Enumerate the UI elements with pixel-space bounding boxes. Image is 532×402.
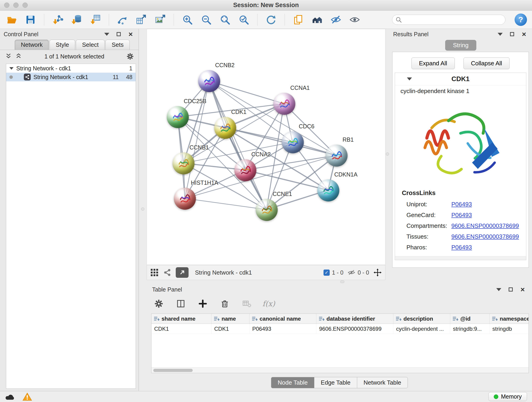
copy-document-button[interactable] [292,13,305,26]
scrollbar-thumb[interactable] [153,369,193,372]
export-network-button[interactable] [135,13,148,26]
tab-node-table[interactable]: Node Table [271,377,314,388]
horizontal-splitter-handle[interactable] [340,281,344,283]
warning-icon[interactable] [22,392,32,401]
crosslink-link[interactable]: 9606.ENSP00000378699 [451,233,519,240]
node-CCNB2[interactable] [198,70,220,92]
zoom-fit-button[interactable] [218,13,232,26]
panel-float-button[interactable] [114,30,123,38]
new-network-button[interactable] [116,13,129,26]
zoom-in-button[interactable] [181,13,194,26]
panel-menu-button[interactable] [496,30,505,38]
column-header-name[interactable]: name [211,314,249,324]
tab-network[interactable]: Network [15,40,49,50]
collapse-all-button[interactable]: Collapse All [463,57,510,69]
export-image-button[interactable] [153,13,167,26]
left-splitter-handle[interactable] [141,207,144,211]
edge-CCNB2-CCNA1[interactable] [209,81,284,104]
checkbox-icon[interactable]: ✓ [323,269,330,276]
window-zoom-button[interactable] [22,2,28,8]
node-label-CCNA2: CCNA2 [251,151,271,158]
tab-edge-table[interactable]: Edge Table [314,377,357,388]
share-network-button[interactable] [163,269,172,276]
hide-unhide-button[interactable] [329,13,342,26]
network-view[interactable]: CCNB2CCNA1CDC25BCDK1CDC6RB1CCNB1CCNA2CDK… [147,29,385,265]
crosslink-link[interactable]: 9606.ENSP00000378699 [451,222,519,230]
zoom-out-button[interactable] [200,13,213,26]
birds-eye-view-button[interactable] [150,269,159,276]
edge-HIST1H1A-CCNE1[interactable] [185,198,266,210]
node-HIST1H1A[interactable] [174,188,196,210]
node-CDKN1A[interactable] [317,179,339,201]
delete-table-button[interactable] [240,297,253,310]
panel-close-button[interactable]: × [518,286,527,293]
node-section-header[interactable]: CDK1 [395,73,526,85]
session-home-button[interactable] [310,13,324,26]
right-splitter-handle[interactable] [386,153,389,156]
node-CDK1[interactable] [214,117,236,139]
crosslink-link[interactable]: P06493 [451,244,472,251]
panel-menu-button[interactable] [102,30,111,38]
node-CCNB1[interactable] [172,153,195,174]
crosslink-link[interactable]: P06493 [451,211,472,219]
import-table-from-file-button[interactable] [89,13,102,26]
node-CDC25B[interactable] [167,106,189,128]
collapse-all-networks-button[interactable] [4,52,13,60]
results-scrollbar[interactable] [395,256,526,260]
panel-float-button[interactable] [508,30,516,38]
cloud-icon[interactable] [5,393,16,401]
apply-layout-button[interactable] [264,13,278,26]
table-options-button[interactable] [152,297,165,310]
tab-sets[interactable]: Sets [105,40,130,50]
table-row[interactable]: CDK1CDK1P064939606.ENSP00000378699cyclin… [152,324,529,334]
node-CDC6[interactable] [282,131,304,153]
network-row-selected[interactable]: String Network - cdk1 11 48 [6,73,136,81]
save-session-button[interactable] [24,13,37,26]
tab-style[interactable]: Style [50,40,75,50]
panel-close-button[interactable]: × [520,30,528,38]
panel-menu-button[interactable] [494,286,503,293]
window-minimize-button[interactable] [13,2,19,8]
open-session-button[interactable] [5,13,18,26]
tab-string[interactable]: String [445,40,476,51]
tab-network-table[interactable]: Network Table [357,377,408,388]
column-header--id[interactable]: @id [450,314,490,324]
show-columns-button[interactable] [174,297,187,310]
pan-mode-button[interactable] [373,269,382,276]
memory-button[interactable]: Memory [488,392,527,401]
column-header-namespace[interactable]: namespace [490,314,529,324]
node-CCNE1[interactable] [256,199,278,221]
window-close-button[interactable] [4,2,9,8]
column-header-description[interactable]: description [393,314,450,324]
expand-all-networks-button[interactable] [14,52,23,60]
edge-CDK1-RB1[interactable] [225,128,336,155]
edge-CCNB2-CCNE1[interactable] [209,81,266,210]
help-button[interactable]: ? [515,13,527,26]
function-builder-button[interactable]: f(x) [262,297,275,310]
node-label-CCNB2: CCNB2 [215,62,234,69]
column-header-shared-name[interactable]: shared name [152,314,211,324]
create-column-button[interactable] [196,297,209,310]
zoom-selected-button[interactable] [237,13,250,26]
show-all-button[interactable] [348,13,361,26]
table-horizontal-scrollbar[interactable] [152,367,529,373]
expand-all-button[interactable]: Expand All [412,57,455,69]
node-RB1[interactable] [326,145,348,167]
delete-table-icon [242,299,252,308]
column-header-database-identifier[interactable]: database identifier [317,314,393,324]
column-header-canonical-name[interactable]: canonical name [249,314,317,324]
crosslink-link[interactable]: P06493 [451,201,472,208]
delete-column-button[interactable] [218,297,231,310]
network-options-button[interactable] [126,52,134,60]
toolbar-separator [109,14,109,26]
search-input[interactable] [404,17,502,23]
import-network-from-database-button[interactable] [70,13,83,26]
panel-float-button[interactable] [506,286,515,293]
import-network-from-file-button[interactable] [51,13,64,26]
tab-select[interactable]: Select [76,40,105,50]
panel-close-button[interactable]: × [126,30,135,38]
node-CCNA1[interactable] [273,93,295,115]
node-CCNA2[interactable] [234,159,256,181]
open-in-browser-button[interactable] [176,267,189,278]
network-collection-row[interactable]: String Network - cdk1 1 [6,64,136,73]
